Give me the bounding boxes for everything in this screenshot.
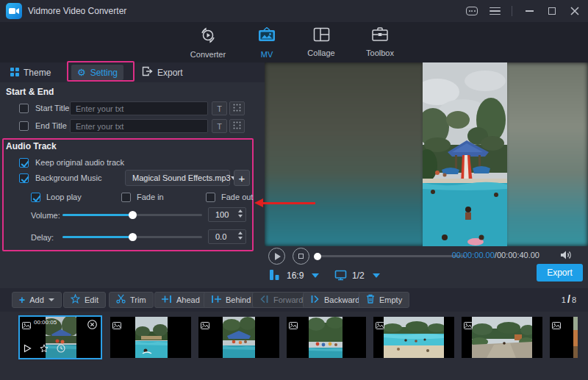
keep-original-audio-label: Keep original audio track: [35, 158, 124, 167]
loop-play-checkbox[interactable]: [31, 193, 40, 202]
timeline-strip: 00:00:05: [0, 312, 588, 380]
collage-icon: [313, 26, 330, 46]
stepper-up-icon: [238, 232, 243, 234]
volume-stepper[interactable]: [238, 209, 243, 218]
toolbox-icon: [371, 26, 389, 46]
timeline-clip-7[interactable]: [550, 317, 578, 358]
trim-button-label: Trim: [130, 295, 146, 304]
panel-tab-theme[interactable]: Theme: [10, 65, 51, 80]
tab-mv[interactable]: MV: [240, 26, 293, 60]
clip-counter-total: 8: [572, 295, 576, 304]
playback-progress-slider[interactable]: [315, 255, 465, 257]
edit-button[interactable]: Edit: [63, 292, 106, 308]
export-button-label: Export: [547, 268, 573, 278]
ahead-button[interactable]: Ahead: [154, 292, 207, 308]
add-music-button[interactable]: +: [234, 170, 250, 186]
minimize-button[interactable]: [523, 5, 535, 17]
text-style-icon: T: [217, 122, 222, 131]
insert-ahead-icon: [162, 293, 172, 306]
fade-out-checkbox[interactable]: [206, 193, 215, 202]
play-icon: [275, 253, 281, 260]
volume-mute-icon[interactable]: [560, 250, 573, 263]
move-backward-icon: [310, 293, 320, 306]
preview-blur-left: [265, 62, 425, 246]
timeline-clip-3[interactable]: [198, 317, 279, 358]
window-controls: [466, 0, 581, 22]
chevron-down-icon: [49, 298, 54, 301]
clip-duration-clock-icon[interactable]: [57, 343, 65, 356]
feedback-icon[interactable]: [466, 5, 478, 17]
image-icon: [201, 319, 209, 332]
delay-label: Delay:: [31, 233, 54, 242]
fade-in-checkbox[interactable]: [121, 193, 131, 202]
play-button[interactable]: [268, 248, 285, 265]
ahead-button-label: Ahead: [176, 295, 200, 304]
stepper-down-icon: [238, 215, 243, 218]
time-display: 00:00:00.00/00:00:40.00: [452, 251, 539, 259]
menu-icon[interactable]: [489, 5, 501, 17]
end-title-text-style-button[interactable]: T: [212, 119, 227, 133]
panel-tab-setting[interactable]: ⚙ Setting: [71, 65, 123, 80]
add-button[interactable]: + Add: [12, 292, 62, 308]
tab-collage[interactable]: Collage: [295, 26, 348, 60]
tab-toolbox[interactable]: Toolbox: [354, 26, 406, 60]
panel-tab-export[interactable]: Export: [142, 65, 183, 80]
position-grid-icon: [233, 104, 241, 113]
tab-converter-label: Converter: [190, 50, 226, 59]
forward-button[interactable]: Forward: [252, 292, 310, 308]
timeline-clip-5[interactable]: [373, 317, 454, 358]
background-music-checkbox[interactable]: [19, 173, 29, 183]
tab-converter[interactable]: Converter: [182, 26, 234, 60]
start-title-input[interactable]: [70, 101, 208, 115]
insert-behind-icon: [211, 293, 221, 306]
stop-button[interactable]: [293, 248, 309, 265]
start-title-label: Start Title: [35, 104, 69, 112]
volume-slider-handle[interactable]: [129, 211, 137, 219]
delay-slider-handle[interactable]: [129, 233, 137, 241]
end-title-position-button[interactable]: [229, 119, 245, 133]
clip-edit-icon[interactable]: [40, 343, 49, 356]
aspect-ratio-dropdown[interactable]: [312, 273, 319, 278]
add-button-label: Add: [29, 295, 44, 304]
image-icon: [552, 319, 561, 332]
delay-value-box[interactable]: 0.0: [208, 229, 246, 244]
export-tab-icon: [142, 66, 153, 79]
titlebar: Vidmore Video Converter: [0, 0, 588, 22]
empty-button[interactable]: Empty: [359, 292, 409, 308]
clip-counter-separator: /: [567, 293, 570, 305]
delay-stepper[interactable]: [238, 232, 243, 240]
main-nav: Converter MV Collage: [0, 22, 588, 62]
panel-tab-export-label: Export: [157, 68, 183, 78]
background-music-select[interactable]: Magical Sound Effects.mp3: [125, 170, 230, 186]
start-title-checkbox[interactable]: [19, 104, 29, 113]
close-button[interactable]: [569, 5, 581, 17]
maximize-button[interactable]: [546, 5, 558, 17]
remove-clip-icon[interactable]: [87, 319, 97, 332]
time-current: 00:00:00.00: [452, 251, 495, 259]
image-icon: [22, 319, 31, 332]
timeline-clip-1[interactable]: 00:00:05: [18, 315, 102, 359]
keep-original-audio-checkbox[interactable]: [19, 158, 29, 168]
start-title-text-style-button[interactable]: T: [212, 101, 227, 115]
video-preview: [265, 62, 588, 246]
stepper-down-icon: [238, 237, 243, 240]
behind-button[interactable]: Behind: [204, 292, 258, 308]
clip-counter-current: 1: [562, 295, 566, 304]
end-title-input[interactable]: [70, 119, 208, 133]
stop-icon: [298, 254, 304, 259]
screen-page-dropdown[interactable]: [373, 273, 380, 278]
timeline-clip-2[interactable]: [110, 317, 191, 358]
timeline-clip-6[interactable]: [462, 317, 542, 358]
clip-play-icon[interactable]: [24, 343, 32, 356]
playback-progress-handle[interactable]: [314, 253, 321, 260]
delay-slider[interactable]: [62, 236, 202, 238]
end-title-checkbox[interactable]: [19, 121, 29, 131]
volume-value-box[interactable]: 100: [208, 207, 246, 222]
trim-button[interactable]: Trim: [109, 292, 154, 308]
backward-button[interactable]: Backward: [303, 292, 367, 308]
export-button[interactable]: Export: [537, 264, 583, 282]
start-title-position-button[interactable]: [229, 101, 245, 115]
timeline-clip-4[interactable]: [287, 317, 366, 358]
volume-slider[interactable]: [62, 214, 202, 216]
image-icon: [376, 319, 384, 332]
